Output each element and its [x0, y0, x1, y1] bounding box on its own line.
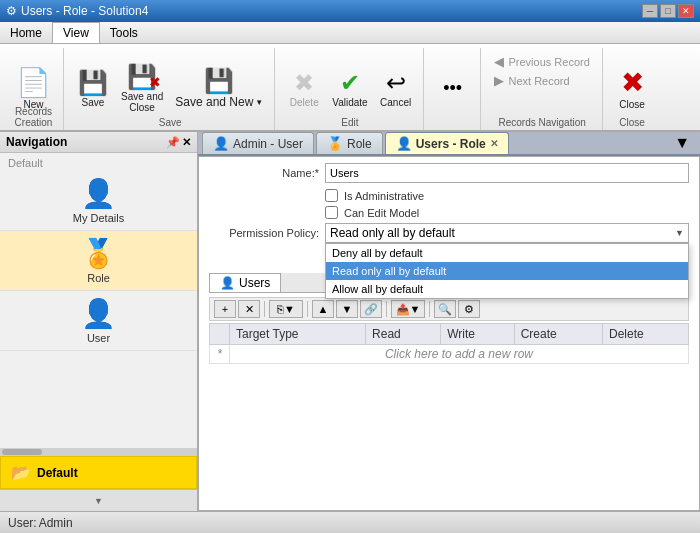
dropdown-option-deny[interactable]: Deny all by default	[326, 244, 688, 262]
name-row: Name:*	[209, 163, 689, 183]
toolbar-export-button[interactable]: 📤▼	[391, 300, 425, 318]
permission-label: Permission Policy:	[209, 227, 319, 239]
dropdown-list: Deny all by default Read only all by def…	[325, 243, 689, 299]
dropdown-option-allow[interactable]: Allow all by default	[326, 280, 688, 298]
close-ribbon-button[interactable]: ✖ Close	[611, 66, 653, 113]
dropdown-arrow-icon: ▼	[675, 228, 684, 238]
table-header-row: Target Type Read Write Create Delete	[210, 324, 689, 345]
toolbar-add-button[interactable]: +	[214, 300, 236, 318]
save-group-label: Save	[66, 117, 274, 128]
ribbon-group-close: ✖ Close Close	[605, 48, 660, 130]
toolbar-sep-2	[307, 301, 308, 317]
col-marker	[210, 324, 230, 345]
tab-menu-button[interactable]: ▼	[668, 134, 696, 152]
table-new-row[interactable]: * Click here to add a new row	[210, 345, 689, 364]
name-label: Name:*	[209, 167, 319, 179]
toolbar-up-button[interactable]: ▲	[312, 300, 334, 318]
name-input[interactable]	[325, 163, 689, 183]
close-group-label: Close	[605, 117, 660, 128]
col-target-type: Target Type	[230, 324, 366, 345]
creation-group-label: Records Creation	[4, 106, 63, 128]
ribbon-group-more: •••	[426, 48, 481, 130]
sub-tab-users[interactable]: 👤 Users	[209, 273, 281, 292]
nav-collapse-bar[interactable]: ▼	[0, 489, 197, 511]
main-area: Navigation 📌 ✕ Default 👤 My Details 🏅 Ro…	[0, 132, 700, 511]
can-edit-label: Can Edit Model	[344, 207, 419, 219]
user-icon: 👤	[81, 297, 116, 330]
dropdown-option-readonly[interactable]: Read only all by default	[326, 262, 688, 280]
role-tab-icon: 🏅	[327, 136, 343, 151]
tab-admin-user[interactable]: 👤 Admin - User	[202, 132, 314, 154]
save-close-button[interactable]: 💾✖ Save andClose	[116, 62, 168, 116]
menu-bar: Home View Tools	[0, 22, 700, 44]
nav-default-section[interactable]: 📂 Default	[0, 456, 197, 489]
validate-icon: ✔	[340, 71, 360, 95]
validate-button[interactable]: ✔ Validate	[327, 68, 372, 111]
maximize-button[interactable]: □	[660, 4, 676, 18]
nav-item-user[interactable]: 👤 User	[0, 291, 197, 351]
nav-collapse-icon: ▼	[94, 496, 103, 506]
toolbar-sep-4	[429, 301, 430, 317]
toolbar-filter-button[interactable]: 🔍	[434, 300, 456, 318]
more-button[interactable]: •••	[432, 76, 474, 102]
window-close-button[interactable]: ✕	[678, 4, 694, 18]
nav-close-button[interactable]: ✕	[182, 136, 191, 149]
col-write: Write	[441, 324, 515, 345]
tab-users-role[interactable]: 👤 Users - Role ✕	[385, 132, 509, 154]
my-details-icon: 👤	[81, 177, 116, 210]
ribbon: 📄 New Records Creation 💾 Save 💾✖ Save an…	[0, 44, 700, 132]
cancel-button[interactable]: ↩ Cancel	[375, 68, 417, 111]
save-new-icon: 💾	[204, 69, 234, 93]
save-close-icon: 💾✖	[127, 65, 157, 89]
toolbar-link-button[interactable]: 🔗	[360, 300, 382, 318]
sub-tab-users-icon: 👤	[220, 276, 235, 290]
ribbon-group-creation: 📄 New Records Creation	[4, 48, 64, 130]
toolbar-copy-button[interactable]: ⎘▼	[269, 300, 303, 318]
status-user-label: User:	[8, 516, 37, 530]
more-buttons: •••	[432, 50, 474, 128]
nav-header: Navigation 📌 ✕	[0, 132, 197, 153]
prev-icon: ◀	[494, 54, 504, 69]
permission-dropdown[interactable]: Read only all by default ▼ Deny all by d…	[325, 223, 689, 243]
tab-close-button[interactable]: ✕	[490, 138, 498, 149]
next-icon: ▶	[494, 73, 504, 88]
is-admin-checkbox[interactable]	[325, 189, 338, 202]
nav-section-default: Default	[0, 153, 197, 171]
new-row-marker: *	[210, 345, 230, 364]
toolbar-delete-row-button[interactable]: ✕	[238, 300, 260, 318]
menu-tools[interactable]: Tools	[100, 22, 148, 43]
next-record-button[interactable]: ▶ Next Record	[494, 73, 569, 88]
permission-row: Permission Policy: Read only all by defa…	[209, 223, 689, 243]
new-row-hint[interactable]: Click here to add a new row	[230, 345, 689, 364]
save-button[interactable]: 💾 Save	[72, 68, 114, 111]
status-bar: User: Admin	[0, 511, 700, 533]
close-ribbon-icon: ✖	[621, 69, 644, 97]
can-edit-checkbox[interactable]	[325, 206, 338, 219]
users-role-tab-icon: 👤	[396, 136, 412, 151]
title-bar-controls: ─ □ ✕	[642, 4, 694, 18]
tab-role[interactable]: 🏅 Role	[316, 132, 383, 154]
nav-default-icon: 📂	[11, 463, 31, 482]
delete-button[interactable]: ✖ Delete	[283, 68, 325, 111]
menu-home[interactable]: Home	[0, 22, 52, 43]
role-icon: 🏅	[81, 237, 116, 270]
nav-scrollbar[interactable]	[0, 448, 197, 456]
menu-view[interactable]: View	[52, 22, 100, 43]
minimize-button[interactable]: ─	[642, 4, 658, 18]
nav-pin-button[interactable]: 📌	[166, 136, 180, 149]
toolbar-down-button[interactable]: ▼	[336, 300, 358, 318]
nav-item-my-details[interactable]: 👤 My Details	[0, 171, 197, 231]
app-icon: ⚙	[6, 4, 17, 18]
nav-item-role[interactable]: 🏅 Role	[0, 231, 197, 291]
prev-record-button[interactable]: ◀ Previous Record	[494, 54, 589, 69]
is-admin-label: Is Administrative	[344, 190, 424, 202]
nav-title: Navigation	[6, 135, 67, 149]
admin-user-tab-icon: 👤	[213, 136, 229, 151]
ribbon-group-edit: ✖ Delete ✔ Validate ↩ Cancel Edit	[277, 48, 423, 130]
status-user-value: Admin	[39, 516, 73, 530]
data-table: Target Type Read Write Create Delete * C…	[209, 323, 689, 364]
save-new-button[interactable]: 💾 Save and New ▼	[170, 66, 268, 112]
permission-selected[interactable]: Read only all by default ▼	[325, 223, 689, 243]
more-icon: •••	[443, 79, 462, 97]
toolbar-settings-button[interactable]: ⚙	[458, 300, 480, 318]
